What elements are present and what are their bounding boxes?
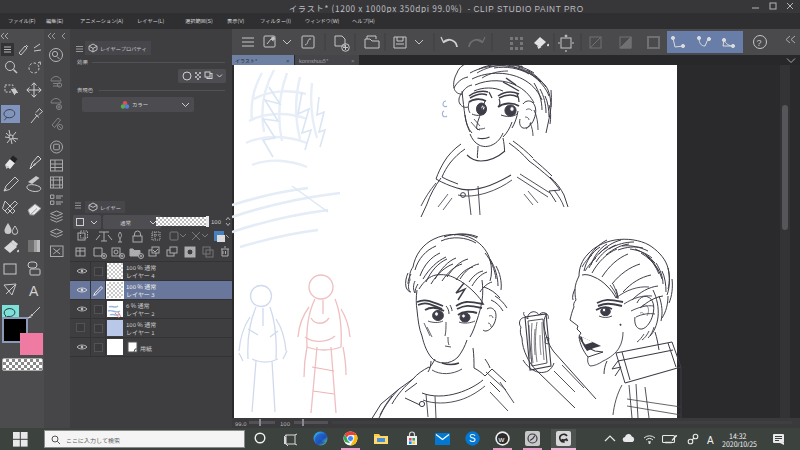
svg-text:?: ? [757, 38, 762, 48]
svg-text:A: A [29, 283, 39, 299]
svg-text:w: w [498, 435, 505, 444]
svg-text:S: S [469, 433, 476, 444]
